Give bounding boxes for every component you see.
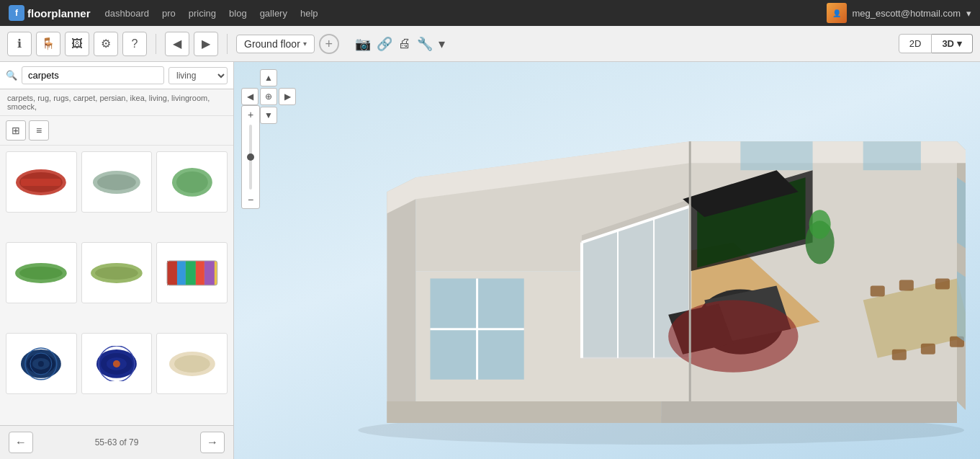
- pan-right-button[interactable]: ▶: [279, 88, 296, 105]
- grid-view-button[interactable]: ⊞: [6, 120, 26, 141]
- add-floor-button[interactable]: +: [319, 34, 339, 54]
- nav-pro[interactable]: pro: [162, 8, 176, 19]
- nav-gallery[interactable]: gallery: [260, 8, 287, 19]
- svg-rect-12: [167, 261, 177, 285]
- zoom-slider-thumb[interactable]: [247, 153, 254, 161]
- svg-point-27: [113, 360, 120, 367]
- svg-point-10: [95, 267, 138, 280]
- svg-rect-62: [921, 344, 935, 355]
- svg-point-8: [19, 267, 63, 280]
- pan-left-button[interactable]: ◀: [241, 88, 259, 105]
- user-area[interactable]: 👤 meg_escott@hotmail.com ▾: [827, 3, 971, 23]
- 3d-house-render: [263, 98, 966, 445]
- svg-rect-16: [204, 261, 215, 285]
- list-item[interactable]: [6, 333, 77, 394]
- svg-marker-67: [863, 141, 921, 170]
- search-bar: 🔍 living all bedroom kitchen: [0, 62, 233, 89]
- list-view-button[interactable]: ≡: [29, 120, 49, 141]
- search-icon: 🔍: [6, 70, 17, 81]
- svg-marker-36: [387, 177, 415, 423]
- zoom-in-button[interactable]: +: [242, 106, 259, 123]
- top-navigation: f floorplanner dashboard pro pricing blo…: [0, 0, 980, 26]
- floor-name: Ground floor: [244, 38, 300, 50]
- svg-marker-66: [740, 141, 812, 170]
- svg-point-6: [176, 171, 208, 193]
- main-nav: dashboard pro pricing blog gallery help: [105, 8, 812, 19]
- search-tags: carpets, rug, rugs, carpet, persian, ike…: [0, 89, 233, 116]
- list-item[interactable]: [6, 151, 77, 213]
- pagination-info: 55-63 of 79: [95, 437, 139, 447]
- svg-rect-59: [899, 280, 914, 291]
- pan-center-button[interactable]: ⊕: [260, 88, 277, 105]
- svg-rect-63: [892, 349, 907, 360]
- nav-help[interactable]: help: [300, 8, 318, 19]
- filter-select[interactable]: living all bedroom kitchen: [168, 67, 228, 84]
- furniture-button[interactable]: 🪑: [36, 32, 60, 56]
- zoom-slider-track[interactable]: [249, 125, 252, 190]
- canvas-area[interactable]: ▲ ◀ ⊕ ▶ ▼ + −: [234, 62, 980, 459]
- zoom-out-button[interactable]: −: [242, 191, 259, 208]
- svg-rect-2: [21, 179, 61, 186]
- nav-right-button[interactable]: ▶: [194, 32, 218, 56]
- separator-2: [227, 34, 228, 54]
- separator-1: [156, 34, 156, 54]
- list-item[interactable]: [156, 333, 228, 394]
- svg-point-21: [38, 361, 44, 367]
- view-toggle: ⊞ ≡: [0, 116, 233, 146]
- toolbar-more-icon[interactable]: ▾: [439, 36, 445, 52]
- toolbar-right-actions: 📷 🔗 🖨 🔧 ▾: [355, 36, 445, 52]
- search-input[interactable]: [22, 66, 164, 84]
- list-item[interactable]: [81, 151, 153, 213]
- photo-button[interactable]: 🖼: [65, 32, 89, 56]
- svg-marker-70: [387, 401, 661, 423]
- nav-left-button[interactable]: ◀: [165, 32, 189, 56]
- nav-pricing[interactable]: pricing: [189, 8, 216, 19]
- svg-point-30: [174, 355, 210, 373]
- svg-rect-60: [935, 279, 950, 290]
- svg-point-52: [668, 300, 798, 373]
- avatar: 👤: [827, 3, 847, 23]
- info-button[interactable]: ℹ: [7, 32, 32, 56]
- svg-rect-58: [871, 286, 885, 297]
- list-item[interactable]: [81, 242, 153, 303]
- svg-marker-71: [661, 401, 957, 423]
- view-3d-button[interactable]: 3D ▾: [932, 34, 973, 53]
- floor-dropdown-icon: ▾: [303, 40, 307, 48]
- print-icon[interactable]: 🖨: [398, 36, 411, 52]
- svg-rect-13: [177, 261, 186, 285]
- svg-point-4: [97, 174, 136, 190]
- view-mode-buttons: 2D 3D ▾: [899, 34, 973, 53]
- help-button[interactable]: ?: [122, 32, 147, 56]
- list-item[interactable]: [6, 242, 77, 303]
- zoom-controls: + −: [241, 105, 260, 209]
- next-page-button[interactable]: →: [200, 432, 225, 453]
- svg-point-56: [809, 210, 831, 239]
- list-item[interactable]: [81, 333, 153, 394]
- sidebar-footer: ← 55-63 of 79 →: [0, 425, 233, 459]
- camera-icon[interactable]: 📷: [355, 36, 371, 52]
- nav-dashboard[interactable]: dashboard: [105, 8, 149, 19]
- sidebar: 🔍 living all bedroom kitchen carpets, ru…: [0, 62, 234, 459]
- user-email: meg_escott@hotmail.com: [853, 8, 961, 19]
- logo-text: floorplanner: [27, 7, 91, 19]
- settings-button[interactable]: ⚙: [94, 32, 118, 56]
- main-content: 🔍 living all bedroom kitchen carpets, ru…: [0, 62, 980, 459]
- view-2d-button[interactable]: 2D: [899, 34, 932, 53]
- logo-icon: f: [9, 5, 24, 21]
- user-dropdown-icon[interactable]: ▾: [966, 8, 971, 19]
- floor-selector[interactable]: Ground floor ▾: [236, 35, 315, 53]
- prev-page-button[interactable]: ←: [9, 432, 33, 453]
- list-item[interactable]: [156, 242, 228, 303]
- carpet-grid: [0, 146, 233, 425]
- pan-up-button[interactable]: ▲: [260, 69, 277, 86]
- svg-rect-14: [186, 261, 196, 285]
- pan-down-button[interactable]: ▼: [260, 107, 277, 124]
- toolbar: ℹ 🪑 🖼 ⚙ ? ◀ ▶ Ground floor ▾ + 📷 🔗 🖨 🔧 ▾…: [0, 26, 980, 62]
- share-icon[interactable]: 🔗: [377, 36, 392, 52]
- view-3d-dropdown-icon[interactable]: ▾: [957, 38, 962, 49]
- wrench-icon[interactable]: 🔧: [417, 36, 433, 52]
- nav-blog[interactable]: blog: [229, 8, 247, 19]
- svg-rect-15: [196, 261, 204, 285]
- list-item[interactable]: [156, 151, 228, 213]
- logo[interactable]: f floorplanner: [9, 5, 91, 21]
